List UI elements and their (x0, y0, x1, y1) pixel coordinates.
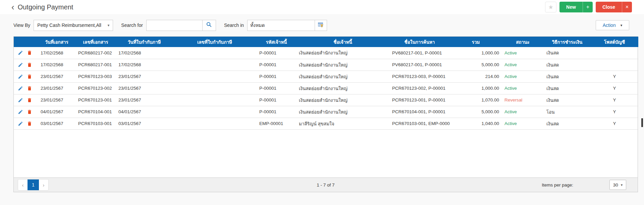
delete-icon[interactable] (27, 121, 32, 126)
search-button[interactable] (203, 20, 216, 31)
view-by-label: View By (13, 23, 30, 28)
pay-method-cell: เงินสด (544, 94, 591, 106)
vendor-code-cell: P-00001 (257, 47, 296, 59)
status-badge: Active (502, 59, 544, 71)
tax-no-cell (173, 118, 257, 129)
doc-no-cell: PCR680217-001 (75, 59, 116, 71)
delete-icon[interactable] (27, 50, 32, 55)
items-per-page-label: Items per page: (542, 182, 573, 188)
col-vendor-name: ชื่อเจ้าหนี้ (296, 37, 389, 47)
search-for-input[interactable] (146, 20, 203, 31)
col-search-name: ชื่อในการค้นหา (389, 37, 450, 47)
edit-icon[interactable] (18, 74, 23, 79)
vendor-code-cell: EMP-00001 (257, 118, 296, 129)
new-button[interactable]: New + (559, 2, 593, 12)
payments-table-container: วันที่เอกสาร เลขที่เอกสาร วันที่ใบกำกับภ… (13, 36, 638, 192)
page-title: Outgoing Payment (18, 3, 73, 11)
col-pay-method: วิธีการชำระเงิน (544, 37, 591, 47)
edit-icon[interactable] (18, 86, 23, 91)
action-dropdown[interactable]: Action ▾ (596, 20, 629, 30)
pay-method-cell: เงินสด (544, 59, 591, 71)
posted-cell: Y (591, 106, 638, 118)
page-size-select[interactable]: 30 ▾ (609, 180, 626, 190)
vendor-code-cell: P-00001 (257, 71, 296, 82)
tax-date-cell: 23/01/2567 (116, 71, 173, 82)
plus-icon[interactable]: + (583, 2, 593, 12)
star-icon: ★ (548, 4, 553, 11)
doc-date-cell: 17/02/2568 (38, 59, 75, 71)
posted-cell (591, 47, 638, 59)
posted-cell: Y (591, 94, 638, 106)
status-badge: Active (502, 118, 544, 129)
tax-date-cell: 23/01/2567 (116, 94, 173, 106)
close-button[interactable]: Close × (596, 2, 632, 12)
table-row[interactable]: 04/01/2567 PCR670104-001 04/01/2567 P-00… (14, 106, 638, 118)
delete-icon[interactable] (27, 109, 32, 115)
chevron-down-icon: ▾ (108, 23, 110, 28)
table-row[interactable]: 23/01/2567 PCR670123-001 23/01/2567 P-00… (14, 94, 638, 106)
tax-no-cell (173, 47, 257, 59)
topbar-actions: ★ New + Close × (545, 2, 632, 12)
col-doc-no: เลขที่เอกสาร (75, 37, 116, 47)
delete-icon[interactable] (27, 62, 32, 68)
actions-cell (14, 94, 38, 106)
new-button-label: New (559, 2, 583, 12)
search-name-cell: PCR670123-003, P-00001 (389, 71, 450, 82)
total-cell: 1,000.00 (450, 82, 502, 94)
vendor-name-cell: มาลีริญน์ สุขสมใจ (296, 118, 389, 129)
delete-icon[interactable] (27, 97, 32, 103)
view-by-select[interactable]: Petty Cash Reimbursement,All ▾ (34, 20, 113, 31)
tax-no-cell (173, 71, 257, 82)
back-icon[interactable]: ‹ (11, 3, 14, 11)
status-badge: Active (502, 47, 544, 59)
actions-cell (14, 106, 38, 118)
search-name-cell: PCR670104-001, P-00001 (389, 106, 450, 118)
col-actions (14, 37, 38, 47)
tax-date-cell: 23/01/2567 (116, 82, 173, 94)
table-row[interactable]: 17/02/2568 PCR680217-001 17/02/2568 P-00… (14, 59, 638, 71)
favorite-button[interactable]: ★ (545, 2, 556, 12)
pay-method-cell: เงินสด (544, 71, 591, 82)
search-name-cell: PCR670123-002, P-00001 (389, 82, 450, 94)
close-icon[interactable]: × (622, 2, 632, 12)
status-badge: Active (502, 82, 544, 94)
doc-no-cell: PCR670123-002 (75, 82, 116, 94)
column-filter-button[interactable] (315, 20, 327, 31)
table-footer: ‹ 1 › 1 - 7 of 7 Items per page: 30 ▾ (14, 177, 638, 192)
table-header-row: วันที่เอกสาร เลขที่เอกสาร วันที่ใบกำกับภ… (14, 37, 638, 47)
search-in-input[interactable] (247, 20, 315, 31)
table-row[interactable]: 17/02/2568 PCR680217-002 17/02/2568 P-00… (14, 47, 638, 59)
prev-page-button[interactable]: ‹ (18, 179, 28, 191)
vendor-name-cell: เงินสดย่อยสำนักงานใหญ่ (296, 47, 389, 59)
scrollbar-thumb[interactable] (641, 118, 643, 127)
edit-icon[interactable] (18, 50, 23, 55)
pagination: ‹ 1 › (18, 179, 49, 191)
edit-icon[interactable] (18, 62, 23, 68)
edit-icon[interactable] (18, 121, 23, 126)
pay-method-cell: เงินสด (544, 82, 591, 94)
vendor-name-cell: เงินสดย่อยสำนักงานใหญ่ (296, 94, 389, 106)
edit-icon[interactable] (18, 109, 23, 115)
delete-icon[interactable] (27, 74, 32, 79)
actions-cell (14, 47, 38, 59)
total-cell: 5,000.00 (450, 106, 502, 118)
payments-table: วันที่เอกสาร เลขที่เอกสาร วันที่ใบกำกับภ… (14, 37, 638, 130)
delete-icon[interactable] (27, 86, 32, 91)
edit-icon[interactable] (18, 97, 23, 103)
total-cell: 1,000.00 (450, 47, 502, 59)
tax-no-cell (173, 94, 257, 106)
tax-date-cell: 17/02/2568 (116, 47, 173, 59)
next-page-button[interactable]: › (39, 179, 48, 191)
search-in-group (247, 20, 327, 31)
table-row[interactable]: 03/01/2567 PCR670103-001 03/01/2567 EMP-… (14, 118, 638, 129)
search-in-label: Search in (224, 23, 244, 28)
table-row[interactable]: 23/01/2567 PCR670123-003 23/01/2567 P-00… (14, 71, 638, 82)
col-tax-no: เลขที่ใบกำกับภาษี (173, 37, 257, 47)
table-row[interactable]: 23/01/2567 PCR670123-002 23/01/2567 P-00… (14, 82, 638, 94)
search-icon (206, 22, 212, 29)
doc-date-cell: 03/01/2567 (38, 118, 75, 129)
col-total: รวม (450, 37, 502, 47)
doc-no-cell: PCR680217-002 (75, 47, 116, 59)
page-1-button[interactable]: 1 (28, 179, 39, 191)
vendor-code-cell: P-00001 (257, 94, 296, 106)
